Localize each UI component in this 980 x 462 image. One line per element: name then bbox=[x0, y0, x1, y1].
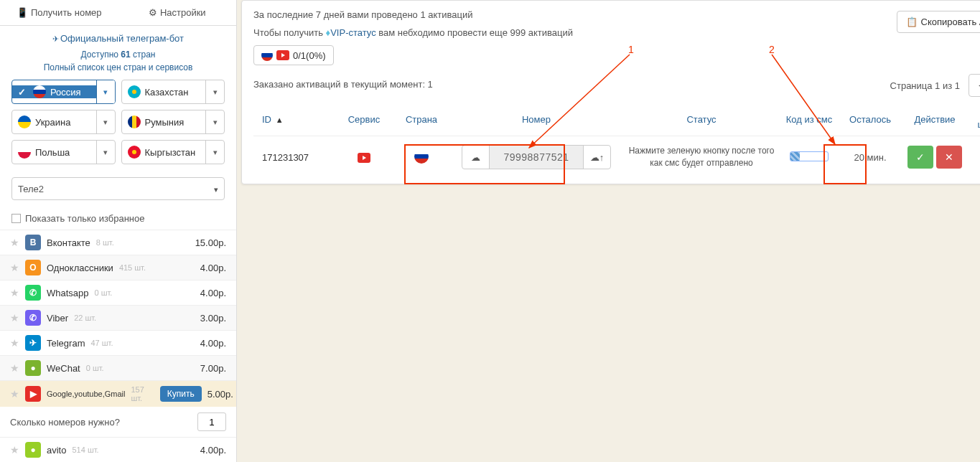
service-price: 4.00p. bbox=[200, 263, 226, 273]
star-icon[interactable]: ★ bbox=[10, 262, 19, 273]
phone-icon: 📱 bbox=[17, 7, 28, 18]
cloud-copy-button[interactable]: ☁ bbox=[462, 146, 490, 169]
service-count: 415 шт. bbox=[119, 263, 146, 272]
main-area: 📋 Скопировать API ключ За последние 7 дн… bbox=[237, 0, 980, 462]
chevron-down-icon[interactable] bbox=[205, 141, 224, 164]
service-item[interactable]: ★ ✆ Whatsapp 0 шт. 4.00p. bbox=[0, 280, 236, 305]
table-row: 171231307 ☁ ☁↑ Нажмите зеленую кнопку по… bbox=[253, 136, 980, 178]
col-number[interactable]: Номер bbox=[450, 114, 622, 125]
copy-api-key-button[interactable]: 📋 Скопировать API ключ bbox=[897, 11, 980, 33]
service-count: 157 шт. bbox=[131, 385, 144, 402]
service-item[interactable]: ★ ● WeChat 0 шт. 7.00p. bbox=[0, 355, 236, 380]
col-full-sms[interactable]: SMS целиком bbox=[967, 108, 980, 130]
vip-status-text: Чтобы получить ♦VIP-статус вам небходимо… bbox=[253, 27, 980, 38]
ordered-count: Заказано активаций в текущий момент: 1 bbox=[253, 79, 433, 90]
operator-select[interactable]: Теле2 bbox=[11, 177, 225, 200]
col-action[interactable]: Действие bbox=[902, 114, 967, 125]
service-name: Telegram bbox=[47, 338, 85, 349]
flag-ru-icon bbox=[414, 149, 429, 164]
cancel-button[interactable]: ✕ bbox=[936, 146, 962, 169]
chevron-down-icon[interactable] bbox=[205, 110, 224, 133]
cloud-upload-button[interactable]: ☁↑ bbox=[583, 146, 610, 169]
star-icon[interactable]: ★ bbox=[10, 337, 19, 349]
col-service[interactable]: Сервис bbox=[335, 114, 393, 125]
country-label: Россия bbox=[50, 87, 81, 98]
col-id[interactable]: ID ▲ bbox=[256, 114, 335, 125]
service-icon: ✈ bbox=[25, 335, 41, 351]
flag-ru-icon bbox=[261, 50, 273, 61]
confirm-button[interactable]: ✓ bbox=[907, 146, 933, 169]
qty-label: Сколько номеров нужно? bbox=[10, 417, 192, 428]
copy-api-label: Скопировать API ключ bbox=[921, 16, 980, 27]
service-item[interactable]: ★ B Вконтакте 8 шт. 15.00p. bbox=[0, 230, 236, 255]
number-input-group: ☁ ☁↑ bbox=[462, 145, 611, 169]
col-country[interactable]: Страна bbox=[393, 114, 450, 125]
youtube-icon bbox=[276, 50, 289, 60]
annotation-label-1: 1 bbox=[628, 44, 634, 55]
service-price: 4.00p. bbox=[200, 288, 226, 298]
star-icon[interactable]: ★ bbox=[10, 444, 19, 456]
sidebar-tabs: 📱 Получить номер ⚙ Настройки bbox=[0, 0, 236, 26]
flag-ro-icon bbox=[128, 116, 141, 128]
gear-icon: ⚙ bbox=[149, 7, 157, 18]
vip-status-link[interactable]: VIP-статус bbox=[330, 27, 376, 38]
service-item[interactable]: ★ ✈ Telegram 47 шт. 4.00p. bbox=[0, 330, 236, 355]
telegram-bot-link[interactable]: Официальный телеграм-бот bbox=[0, 26, 236, 48]
service-count: 0 шт. bbox=[95, 288, 113, 297]
service-price: 4.00p. bbox=[200, 445, 226, 456]
col-left[interactable]: Осталось bbox=[838, 114, 902, 125]
country-grid: Россия Казахстан Украина Румыния Польша … bbox=[0, 74, 236, 173]
chevron-down-icon bbox=[214, 184, 218, 194]
service-icon: O bbox=[25, 260, 41, 275]
country-label: Казахстан bbox=[145, 87, 189, 98]
tab-settings[interactable]: ⚙ Настройки bbox=[118, 0, 237, 25]
service-name: Viber bbox=[47, 313, 68, 324]
country-ukraine[interactable]: Украина bbox=[11, 110, 116, 134]
flag-ua-icon bbox=[18, 116, 31, 128]
favorites-only-row[interactable]: Показать только избранное bbox=[0, 207, 236, 230]
country-label: Кыргызстан bbox=[145, 147, 196, 158]
chevron-down-icon[interactable] bbox=[96, 80, 115, 103]
cell-service bbox=[335, 151, 393, 163]
country-kazakhstan[interactable]: Казахстан bbox=[121, 80, 225, 104]
price-list-link[interactable]: Полный список цен стран и сервисов bbox=[0, 61, 236, 74]
chevron-down-icon[interactable] bbox=[205, 80, 224, 103]
service-item[interactable]: ★ ▶ Google,youtube,Gmail 157 шт. Купить … bbox=[0, 380, 236, 407]
service-item[interactable]: ★ O Одноклассники 415 шт. 4.00p. bbox=[0, 255, 236, 280]
country-poland[interactable]: Польша bbox=[11, 140, 116, 164]
star-icon[interactable]: ★ bbox=[10, 287, 19, 298]
star-icon[interactable]: ★ bbox=[10, 312, 19, 324]
service-icon: ✆ bbox=[25, 285, 41, 301]
country-romania[interactable]: Румыния bbox=[121, 110, 225, 134]
col-status[interactable]: Статус bbox=[622, 114, 780, 125]
activation-pill[interactable]: 0/1(0%) bbox=[253, 45, 334, 65]
service-count: 47 шт. bbox=[90, 339, 113, 347]
flag-kz-icon bbox=[128, 85, 141, 98]
operator-value: Теле2 bbox=[18, 184, 44, 194]
qty-input[interactable] bbox=[197, 412, 226, 431]
phone-number-input[interactable] bbox=[490, 146, 583, 169]
star-icon[interactable]: ★ bbox=[10, 388, 19, 400]
page-prev-button[interactable]: ◄ bbox=[969, 74, 980, 97]
service-name: Вконтакте bbox=[47, 237, 90, 248]
buy-button[interactable]: Купить bbox=[160, 386, 202, 402]
tab-label: Получить номер bbox=[31, 7, 102, 18]
service-price: 5.00p. bbox=[207, 389, 233, 400]
service-price: 7.00p. bbox=[200, 363, 226, 374]
checkbox-icon[interactable] bbox=[11, 214, 21, 223]
service-item[interactable]: ★ ✆ Viber 22 шт. 3.00p. bbox=[0, 305, 236, 330]
pill-value: 0/1(0%) bbox=[293, 50, 326, 61]
country-kyrgyzstan[interactable]: Кыргызстан bbox=[121, 140, 225, 164]
col-code[interactable]: Код из смс bbox=[780, 114, 838, 125]
star-icon[interactable]: ★ bbox=[10, 362, 19, 374]
service-icon: ✆ bbox=[25, 310, 41, 326]
chevron-down-icon[interactable] bbox=[96, 141, 115, 164]
tab-get-number[interactable]: 📱 Получить номер bbox=[0, 0, 118, 25]
service-item[interactable]: ★ ● avito 514 шт. 4.00p. bbox=[0, 437, 236, 462]
star-icon[interactable]: ★ bbox=[10, 237, 19, 248]
flag-kg-icon bbox=[128, 146, 141, 159]
chevron-down-icon[interactable] bbox=[96, 110, 115, 133]
country-russia[interactable]: Россия bbox=[11, 80, 116, 104]
cell-id: 171231307 bbox=[256, 152, 335, 163]
cell-country bbox=[393, 149, 450, 166]
